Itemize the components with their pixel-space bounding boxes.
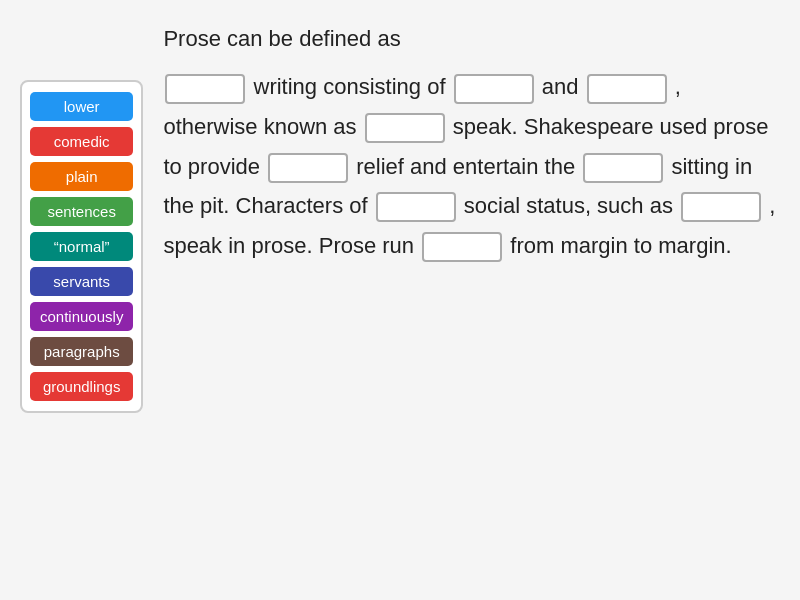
blank-5[interactable] (268, 153, 348, 183)
blank-1[interactable] (165, 74, 245, 104)
chip-comedic[interactable]: comedic (30, 127, 133, 156)
text-block: writing consisting of and , otherwise kn… (163, 67, 780, 265)
blank-9[interactable] (422, 232, 502, 262)
chip-sentences[interactable]: sentences (30, 197, 133, 226)
text-margin: from margin to margin. (510, 233, 731, 258)
blank-3[interactable] (587, 74, 667, 104)
title: Prose can be defined as (163, 20, 780, 57)
text-relief: relief and entertain the (356, 154, 581, 179)
text-and: and (542, 74, 585, 99)
chip-continuously[interactable]: continuously (30, 302, 133, 331)
word-bank: lower comedic plain sentences “normal” s… (20, 80, 143, 413)
content-area: Prose can be defined as writing consisti… (163, 20, 780, 265)
chip-servants[interactable]: servants (30, 267, 133, 296)
chip-lower[interactable]: lower (30, 92, 133, 121)
chip-normal[interactable]: “normal” (30, 232, 133, 261)
text-social: social status, such as (464, 193, 679, 218)
blank-6[interactable] (583, 153, 663, 183)
chip-plain[interactable]: plain (30, 162, 133, 191)
blank-8[interactable] (681, 192, 761, 222)
blank-4[interactable] (365, 113, 445, 143)
text-writing-consisting: writing consisting of (254, 74, 452, 99)
chip-groundlings[interactable]: groundlings (30, 372, 133, 401)
blank-7[interactable] (376, 192, 456, 222)
blank-2[interactable] (454, 74, 534, 104)
chip-paragraphs[interactable]: paragraphs (30, 337, 133, 366)
main-container: lower comedic plain sentences “normal” s… (0, 0, 800, 600)
